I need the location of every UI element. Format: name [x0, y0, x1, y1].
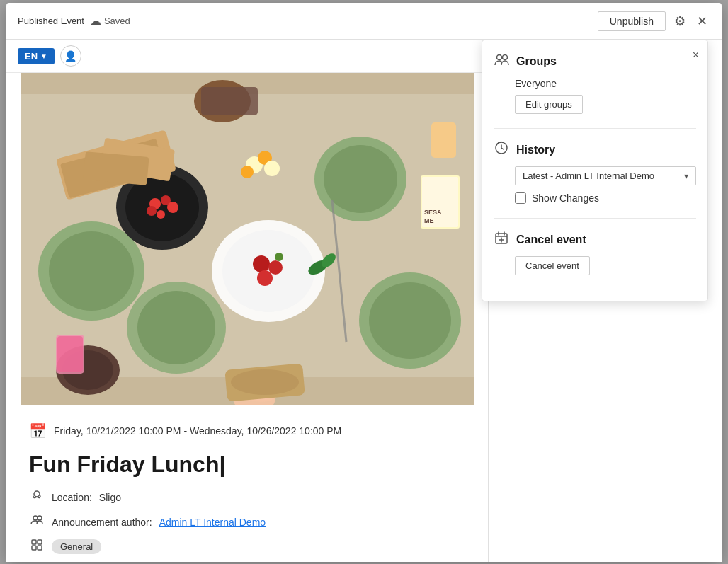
svg-point-22: [268, 260, 283, 275]
groups-section: Groups Everyone Edit groups: [494, 52, 696, 114]
show-changes-row: Show Changes: [515, 192, 696, 204]
modal-body: EN ▼ 👤: [6, 40, 722, 562]
show-changes-label: Show Changes: [532, 192, 599, 204]
header-left: Published Event ☁ Saved: [18, 14, 598, 28]
svg-rect-42: [83, 151, 149, 185]
location-icon: [29, 489, 45, 505]
popover-close-button[interactable]: ×: [690, 46, 702, 64]
groups-everyone-label: Everyone: [515, 78, 696, 89]
svg-rect-54: [32, 546, 36, 550]
event-date-text: Friday, 10/21/2022 10:00 PM - Wednesday,…: [54, 425, 341, 437]
groups-section-header: Groups: [494, 52, 696, 71]
person-icon: 👤: [64, 50, 76, 62]
svg-rect-46: [431, 122, 456, 158]
calendar-icon: 📅: [29, 422, 47, 439]
gear-icon: ⚙: [674, 13, 686, 29]
hero-image: SESA ME: [6, 73, 488, 405]
svg-point-9: [369, 282, 451, 359]
event-date-row: 📅 Friday, 10/21/2022 10:00 PM - Wednesda…: [29, 422, 465, 439]
svg-text:SESA: SESA: [424, 209, 442, 216]
close-modal-button[interactable]: ✕: [694, 11, 710, 32]
lang-label: EN: [25, 51, 38, 62]
history-chevron-icon: ▾: [684, 171, 688, 181]
svg-point-49: [34, 491, 40, 497]
svg-point-24: [275, 253, 283, 261]
cancel-section-header: Cancel event: [494, 230, 696, 249]
tag-icon: [29, 539, 45, 555]
svg-point-3: [49, 231, 134, 311]
history-icon: [494, 140, 509, 159]
svg-point-23: [257, 270, 273, 286]
language-dropdown[interactable]: EN ▼: [18, 48, 55, 64]
svg-point-5: [137, 291, 215, 364]
svg-point-32: [241, 166, 254, 178]
header-actions: Unpublish ⚙ ✕: [598, 11, 710, 32]
svg-point-50: [33, 516, 38, 520]
history-section: History Latest - Admin LT Internal Demo …: [494, 140, 696, 204]
section-divider-2: [494, 218, 696, 219]
event-meta: Location: Sligo: [29, 489, 465, 555]
svg-point-40: [231, 369, 299, 395]
published-badge: Published Event: [18, 16, 84, 26]
svg-rect-53: [38, 540, 42, 544]
svg-point-31: [264, 161, 280, 176]
close-icon: ✕: [697, 13, 707, 29]
settings-popover: × Groups: [482, 40, 708, 301]
groups-icon: [494, 52, 509, 71]
chevron-down-icon: ▼: [40, 52, 47, 60]
author-icon: [29, 514, 45, 530]
content-area[interactable]: EN ▼ 👤: [6, 40, 488, 562]
modal-header: Published Event ☁ Saved Unpublish ⚙ ✕: [6, 3, 722, 40]
hero-svg: SESA ME: [6, 73, 488, 405]
cursor: |: [219, 451, 225, 477]
svg-rect-48: [201, 87, 258, 115]
saved-label: Saved: [104, 16, 130, 26]
cancel-section: Cancel event Cancel event: [494, 230, 696, 275]
svg-point-15: [147, 206, 157, 216]
svg-point-51: [38, 516, 42, 520]
svg-point-7: [324, 145, 397, 213]
event-title[interactable]: Fun Friday Lunch|: [29, 451, 465, 478]
svg-point-16: [157, 210, 165, 219]
author-link[interactable]: Admin LT Internal Demo: [159, 517, 266, 528]
author-row: Announcement author: Admin LT Internal D…: [29, 514, 465, 530]
cancel-event-title: Cancel event: [516, 234, 586, 246]
history-dropdown[interactable]: Latest - Admin LT Internal Demo ▾: [515, 166, 696, 185]
event-modal: Published Event ☁ Saved Unpublish ⚙ ✕: [6, 3, 722, 562]
person-button[interactable]: 👤: [60, 45, 81, 67]
show-changes-checkbox[interactable]: [515, 192, 526, 204]
svg-point-14: [167, 202, 178, 213]
tag-row: General: [29, 539, 465, 555]
location-row: Location: Sligo: [29, 489, 465, 505]
history-selected-value: Latest - Admin LT Internal Demo: [523, 171, 654, 181]
svg-point-57: [503, 55, 508, 60]
saved-indicator: ☁ Saved: [90, 14, 130, 28]
svg-rect-55: [38, 546, 42, 550]
edit-groups-button[interactable]: Edit groups: [515, 95, 583, 114]
svg-point-56: [497, 55, 502, 60]
cloud-icon: ☁: [90, 14, 101, 28]
svg-text:ME: ME: [424, 217, 434, 224]
cancel-event-icon: [494, 230, 509, 249]
location-label: Location:: [52, 492, 92, 503]
lang-toolbar: EN ▼ 👤: [6, 40, 488, 73]
event-title-text: Fun Friday Lunch: [29, 451, 219, 477]
history-title: History: [516, 144, 555, 156]
section-divider-1: [494, 128, 696, 129]
svg-point-20: [222, 230, 314, 312]
right-panel: × Groups: [488, 40, 722, 562]
groups-title: Groups: [516, 55, 557, 68]
event-details: 📅 Friday, 10/21/2022 10:00 PM - Wednesda…: [6, 405, 488, 562]
svg-point-21: [253, 255, 270, 272]
tag-chip: General: [52, 539, 101, 554]
svg-rect-28: [57, 336, 83, 372]
svg-rect-52: [32, 540, 36, 544]
settings-button[interactable]: ⚙: [671, 11, 688, 32]
unpublish-button[interactable]: Unpublish: [598, 11, 666, 31]
history-section-header: History: [494, 140, 696, 159]
author-label: Announcement author:: [52, 517, 152, 528]
location-value: Sligo: [99, 492, 121, 503]
cancel-event-button[interactable]: Cancel event: [515, 256, 590, 275]
